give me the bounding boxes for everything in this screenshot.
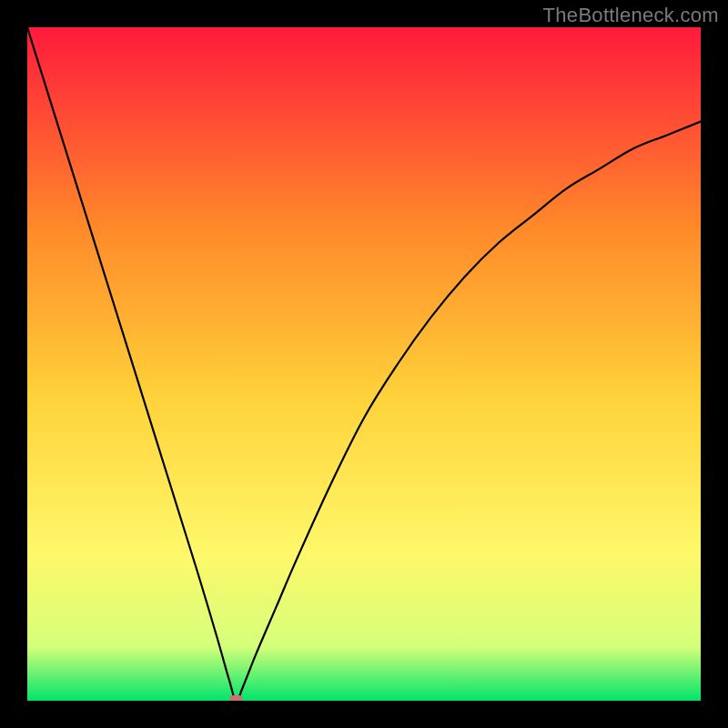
watermark-text: TheBottleneck.com bbox=[543, 4, 719, 27]
bottleneck-chart bbox=[27, 27, 701, 701]
chart-frame: TheBottleneck.com bbox=[0, 0, 728, 728]
gradient-background bbox=[27, 27, 701, 701]
minimum-marker bbox=[229, 695, 242, 701]
